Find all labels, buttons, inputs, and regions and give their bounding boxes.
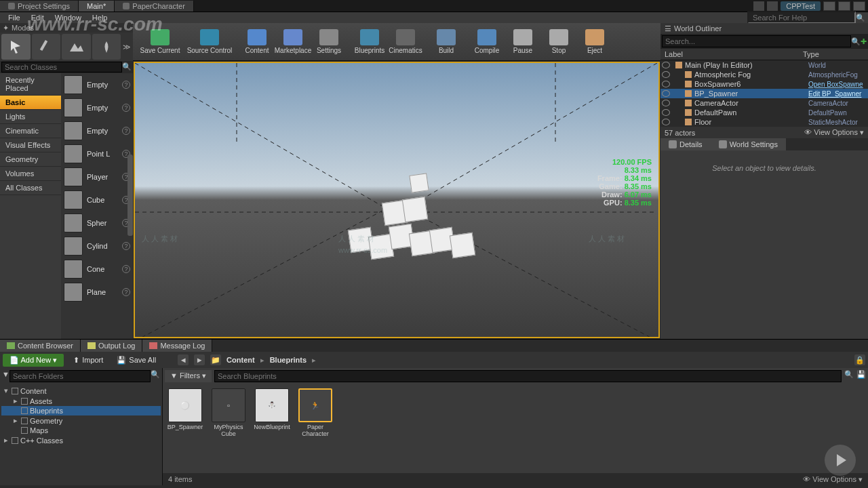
cat-cinematic[interactable]: Cinematic: [0, 124, 61, 138]
cat-geometry[interactable]: Geometry: [0, 152, 61, 167]
info-icon[interactable]: ?: [122, 81, 130, 89]
tree-content[interactable]: ▾Content: [1, 386, 161, 396]
nav-folder-icon[interactable]: 📁: [210, 354, 221, 365]
placer-cone[interactable]: Cone?: [61, 258, 133, 281]
asset-bp_spawner[interactable]: ⚪BP_Spawner: [167, 388, 203, 469]
asset-myphysics-cube[interactable]: ▫MyPhysics Cube: [210, 388, 247, 469]
tab-project-settings[interactable]: Project Settings: [0, 1, 79, 12]
cinematics-button[interactable]: Cinematics: [388, 25, 423, 59]
save-current-button[interactable]: Save Current: [136, 25, 184, 59]
placer-empty[interactable]: Empty?: [61, 119, 133, 142]
search-icon[interactable]: 🔍: [151, 370, 160, 382]
asset-paper-character[interactable]: 🏃Paper Character: [297, 388, 334, 469]
breadcrumb-content[interactable]: Content: [226, 356, 255, 364]
search-blueprints-input[interactable]: [214, 370, 842, 382]
search-icon[interactable]: 🔍: [851, 37, 861, 46]
viewport[interactable]: 120.00 FPS 8.33 ms Frame: 8.34 ms Game: …: [134, 62, 660, 338]
placer-player[interactable]: Player?: [61, 165, 133, 188]
tab-world-settings[interactable]: World Settings: [711, 138, 786, 150]
mode-landscape[interactable]: [62, 34, 91, 60]
search-classes-input[interactable]: [1, 62, 122, 73]
save-icon[interactable]: 💾: [856, 370, 866, 382]
close-button[interactable]: [853, 1, 865, 11]
tree-geometry[interactable]: ▸Geometry: [1, 415, 161, 426]
search-help-input[interactable]: [747, 12, 856, 24]
add-new-button[interactable]: 📄 Add New ▾: [3, 354, 64, 367]
cb-view-options[interactable]: 👁 View Options ▾: [803, 475, 863, 484]
search-folders-input[interactable]: [9, 370, 151, 382]
cat-basic[interactable]: Basic: [0, 96, 61, 110]
save-all-button[interactable]: 💾 Save All: [113, 354, 160, 366]
settings-button[interactable]: Settings: [311, 25, 347, 59]
outliner-search-input[interactable]: [662, 35, 851, 47]
info-icon[interactable]: ?: [122, 265, 130, 273]
tab-details[interactable]: Details: [660, 138, 711, 150]
blueprints-button[interactable]: Blueprints: [352, 25, 387, 59]
info-icon[interactable]: ?: [122, 242, 130, 250]
outliner-row[interactable]: DefaultPawnDefaultPawn: [660, 108, 868, 117]
cat-volumes[interactable]: Volumes: [0, 167, 61, 181]
cat-lights[interactable]: Lights: [0, 110, 61, 124]
tab-content-browser[interactable]: Content Browser: [0, 340, 81, 352]
stop-button[interactable]: Stop: [541, 25, 576, 59]
compile-button[interactable]: Compile: [469, 25, 505, 59]
view-options-button[interactable]: 👁 View Options ▾: [804, 128, 864, 137]
scrollbar[interactable]: [127, 155, 133, 236]
tree-maps[interactable]: Maps: [1, 426, 161, 435]
search-icon[interactable]: 🔍: [122, 62, 132, 72]
notif-icon[interactable]: [753, 1, 764, 11]
menu-help[interactable]: Help: [87, 13, 113, 22]
outliner-row[interactable]: Main (Play In Editor)World: [660, 60, 868, 70]
visibility-icon[interactable]: [662, 81, 670, 87]
search-icon[interactable]: 🔍: [844, 370, 854, 382]
cat-visual-effects[interactable]: Visual Effects: [0, 138, 61, 152]
mode-place[interactable]: [1, 34, 31, 60]
placer-plane[interactable]: Plane?: [61, 281, 133, 304]
placer-spher[interactable]: Spher?: [61, 211, 133, 235]
lock-icon[interactable]: 🔒: [854, 354, 865, 365]
cat-recently-placed[interactable]: Recently Placed: [0, 73, 61, 96]
visibility-icon[interactable]: [662, 109, 670, 116]
import-button[interactable]: ⬆ Import: [69, 354, 107, 366]
source-control-button[interactable]: Source Control: [185, 25, 234, 59]
info-icon[interactable]: ?: [122, 127, 130, 135]
menu-edit[interactable]: Edit: [26, 13, 50, 22]
maximize-button[interactable]: [838, 1, 850, 11]
cat-all-classes[interactable]: All Classes: [0, 181, 61, 195]
visibility-icon[interactable]: [662, 71, 670, 78]
placer-empty[interactable]: Empty?: [61, 73, 133, 96]
breadcrumb-blueprints[interactable]: Blueprints: [270, 356, 307, 364]
marketplace-button[interactable]: Marketplace: [275, 25, 311, 59]
info-icon[interactable]: ?: [122, 104, 130, 112]
outliner-row[interactable]: CameraActorCameraActor: [660, 98, 868, 108]
content-button[interactable]: Content: [239, 25, 275, 59]
video-play-overlay[interactable]: [825, 445, 856, 476]
search-icon[interactable]: 🔍: [856, 14, 865, 22]
placer-point l[interactable]: Point L?: [61, 142, 133, 165]
nav-fwd-button[interactable]: ►: [194, 354, 205, 365]
placer-cube[interactable]: Cube?: [61, 188, 133, 211]
menu-window[interactable]: Window: [50, 13, 87, 22]
pause-button[interactable]: Pause: [505, 25, 540, 59]
tree-blueprints[interactable]: Blueprints: [1, 406, 161, 415]
info-icon[interactable]: ?: [122, 288, 130, 296]
outliner-row[interactable]: BP_SpawnerEdit BP_Spawner: [660, 89, 868, 98]
asset-newblueprint[interactable]: ⛄NewBlueprint: [254, 388, 290, 469]
nav-back-button[interactable]: ◄: [178, 354, 189, 365]
cloud-icon[interactable]: [767, 1, 778, 11]
mode-paint[interactable]: [32, 34, 61, 60]
tree-cpp-classes[interactable]: ▸C++ Classes: [1, 435, 161, 445]
tab-main[interactable]: Main*: [79, 1, 115, 12]
outliner-row[interactable]: BoxSpawner6Open BoxSpawne: [660, 79, 868, 89]
build-button[interactable]: Build: [429, 25, 464, 59]
filters-button[interactable]: ▼ Filters ▾: [165, 370, 212, 382]
placer-empty[interactable]: Empty?: [61, 96, 133, 119]
visibility-icon[interactable]: [662, 100, 670, 106]
add-icon[interactable]: ✚: [861, 37, 867, 46]
tab-papercharacter[interactable]: PaperCharacter: [115, 1, 194, 12]
tab-message-log[interactable]: Message Log: [142, 340, 212, 352]
tree-assets[interactable]: ▸Assets: [1, 396, 161, 406]
minimize-button[interactable]: [823, 1, 835, 11]
visibility-icon[interactable]: [662, 119, 670, 125]
mode-more[interactable]: ≫: [122, 43, 132, 52]
